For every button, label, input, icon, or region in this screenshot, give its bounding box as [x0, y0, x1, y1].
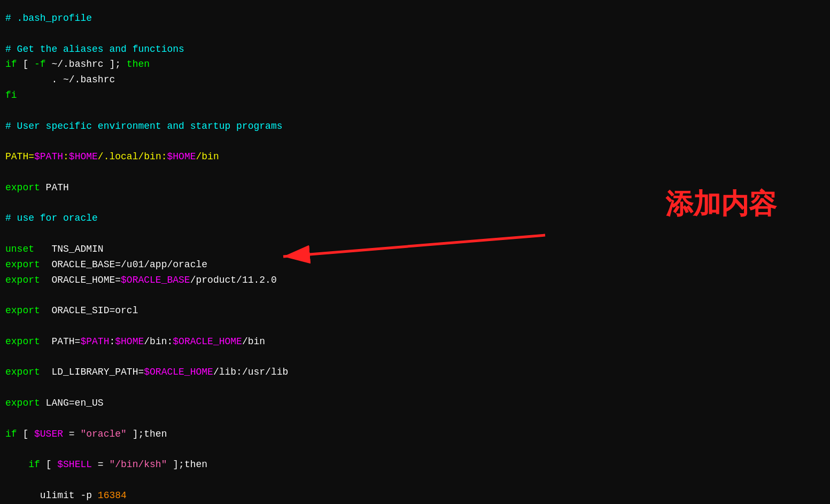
annotation-text: 添加内容 — [665, 188, 777, 219]
code-line-3: # Get the aliases and functions — [5, 42, 819, 57]
code-line-32: ulimit -p 16384 — [5, 488, 819, 503]
code-line-4: if [ -f ~/.bashrc ]; then — [5, 57, 819, 72]
code-line-8: # User specific environment and startup … — [5, 119, 819, 134]
code-line-5: . ~/.bashrc — [5, 72, 819, 88]
code-line-20: export ORACLE_SID=orcl — [5, 303, 819, 319]
code-line-blank-11 — [5, 411, 819, 427]
annotation-container: 添加内容 — [665, 182, 777, 226]
code-line-blank-10 — [5, 380, 819, 396]
code-line-24: export LD_LIBRARY_PATH=$ORACLE_HOME/lib:… — [5, 365, 819, 380]
code-line-17: export ORACLE_BASE=/u01/app/oracle — [5, 257, 819, 273]
code-line-blank-9 — [5, 350, 819, 365]
code-line-6: fi — [5, 88, 819, 103]
code-line-26: export LANG=en_US — [5, 396, 819, 411]
code-line-16: unset TNS_ADMIN — [5, 242, 819, 257]
code-line-22: export PATH=$PATH:$HOME/bin:$ORACLE_HOME… — [5, 334, 819, 350]
code-line-blank-13 — [5, 472, 819, 488]
code-line-blank-1 — [5, 26, 819, 42]
code-line-blank-4 — [5, 165, 819, 180]
code-line-18: export ORACLE_HOME=$ORACLE_BASE/product/… — [5, 273, 819, 288]
code-display: # .bash_profile # Get the aliases and fu… — [0, 0, 830, 504]
code-line-blank-8 — [5, 319, 819, 334]
code-line-10: PATH=$PATH:$HOME/.local/bin:$HOME/bin — [5, 149, 819, 165]
code-line-blank-12 — [5, 441, 819, 457]
code-line-blank-6 — [5, 226, 819, 242]
code-line-blank-2 — [5, 103, 819, 119]
code-line-blank-3 — [5, 134, 819, 149]
code-line-blank-7 — [5, 288, 819, 303]
code-line-28: if [ $USER = "oracle" ];then — [5, 427, 819, 442]
code-line-30: if [ $SHELL = "/bin/ksh" ];then — [5, 457, 819, 472]
code-line-1: # .bash_profile — [5, 11, 819, 26]
